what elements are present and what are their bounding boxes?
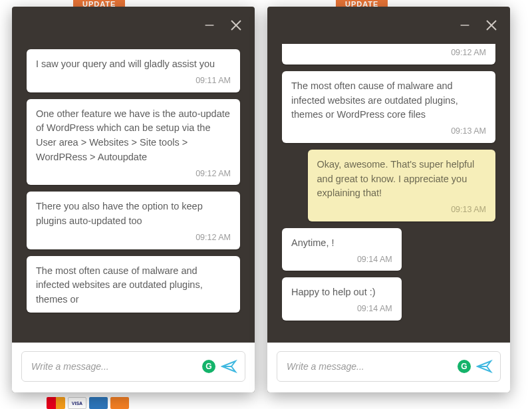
message-list: 09:12 AMThe most often cause of malware … (267, 44, 510, 342)
message-timestamp: 09:12 AM (36, 231, 231, 244)
payment-logos: VISA (47, 397, 129, 409)
message-bubble-agent: Anytime, !09:14 AM (282, 228, 402, 271)
message-bubble-agent: One other feature we have is the auto-up… (27, 99, 240, 186)
send-icon[interactable] (221, 359, 238, 374)
message-bubble-agent: Happy to help out :)09:14 AM (282, 277, 402, 321)
message-timestamp: 09:11 AM (36, 74, 231, 87)
visa-logo: VISA (68, 397, 86, 409)
message-text: Anytime, ! (291, 237, 334, 248)
composer-area: G (267, 342, 510, 392)
message-bubble-agent: 09:12 AM (282, 44, 495, 65)
chat-window: I saw your query and will gladly assist … (12, 7, 255, 392)
message-text: Okay, awesome. That's super helpful and … (317, 159, 475, 199)
message-bubble-agent: There you also have the option to keep p… (27, 192, 240, 249)
message-timestamp: 09:12 AM (36, 168, 231, 180)
message-timestamp: 09:14 AM (291, 253, 392, 266)
discover-logo (110, 397, 129, 409)
message-bubble-agent: The most often cause of malware and infe… (282, 71, 495, 143)
close-icon[interactable] (485, 19, 498, 32)
amex-logo (89, 397, 108, 409)
message-bubble-agent: I saw your query and will gladly assist … (27, 49, 240, 92)
message-timestamp: 09:13 AM (317, 204, 486, 216)
message-timestamp: 09:13 AM (291, 125, 486, 138)
message-timestamp: 09:14 AM (291, 303, 392, 315)
message-bubble-self: Okay, awesome. That's super helpful and … (308, 150, 495, 221)
message-text: The most often cause of malware and infe… (36, 265, 203, 305)
message-text: I saw your query and will gladly assist … (36, 59, 215, 69)
composer: G (21, 351, 245, 382)
composer-area: G (12, 342, 255, 392)
send-icon[interactable] (476, 359, 493, 374)
message-bubble-agent: The most often cause of malware and infe… (27, 256, 240, 313)
grammarly-icon[interactable]: G (202, 360, 215, 373)
message-input[interactable] (31, 361, 197, 372)
message-text: The most often cause of malware and infe… (291, 80, 458, 120)
message-text: There you also have the option to keep p… (36, 201, 203, 226)
mastercard-logo (47, 397, 65, 409)
message-text: Happy to help out :) (291, 287, 376, 297)
message-timestamp: 09:12 AM (291, 47, 486, 59)
grammarly-icon[interactable]: G (458, 360, 471, 373)
minimize-icon[interactable] (460, 19, 470, 32)
chat-window: 09:12 AMThe most often cause of malware … (267, 7, 510, 392)
close-icon[interactable] (229, 19, 243, 32)
message-input[interactable] (287, 361, 452, 372)
message-list: I saw your query and will gladly assist … (12, 44, 255, 342)
minimize-icon[interactable] (204, 19, 215, 32)
titlebar (267, 7, 510, 44)
message-text: One other feature we have is the auto-up… (36, 108, 230, 162)
composer: G (277, 351, 501, 382)
titlebar (12, 7, 255, 44)
